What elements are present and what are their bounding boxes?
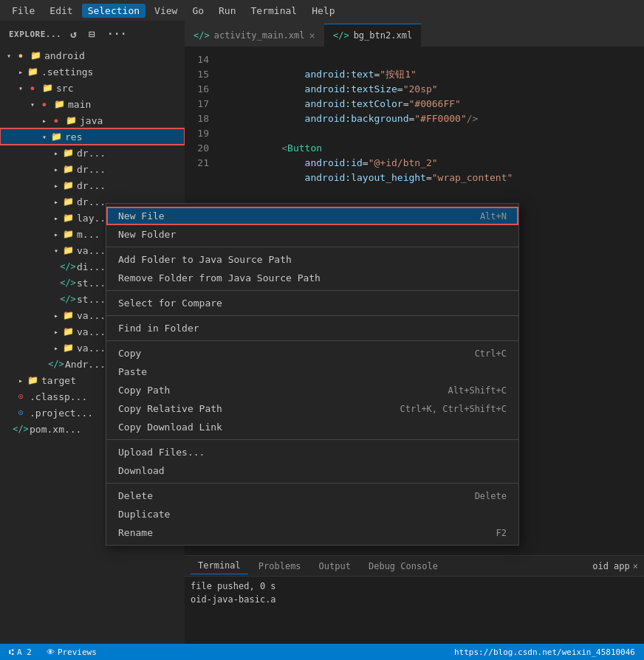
ctx-item-copy-rel-path[interactable]: Copy Relative Path Ctrl+K, Ctrl+Shift+C bbox=[106, 399, 518, 418]
menu-view[interactable]: View bbox=[148, 4, 183, 18]
ctx-separator bbox=[106, 315, 518, 316]
ctx-item-copy-path[interactable]: Copy Path Alt+Shift+C bbox=[106, 381, 518, 399]
tree-item-draw1[interactable]: ▸ 📁 dr... bbox=[0, 145, 185, 161]
menu-selection[interactable]: Selection bbox=[82, 4, 145, 18]
bottom-panel: Terminal Problems Output Debug Console o… bbox=[185, 555, 644, 644]
collapse-icon[interactable]: ⊟ bbox=[86, 27, 98, 41]
tree-item-android[interactable]: ▾ ● 📁 android bbox=[0, 47, 185, 63]
folder-icon: 📁 bbox=[62, 342, 74, 354]
attr-name: android:id bbox=[281, 157, 363, 168]
xml-file-icon: </> bbox=[15, 423, 27, 435]
tab-activity-main[interactable]: </> activity_main.xml × bbox=[185, 24, 324, 47]
ctx-label: Remove Folder from Java Source Path bbox=[118, 272, 321, 283]
tree-label: res bbox=[65, 131, 82, 142]
attr-name: android:textColor bbox=[281, 98, 402, 109]
tree-label: va... bbox=[77, 343, 106, 354]
tree-label: di... bbox=[77, 261, 106, 272]
menu-help[interactable]: Help bbox=[306, 4, 340, 18]
tree-item-src[interactable]: ▾ ● 📁 src bbox=[0, 80, 185, 96]
preview-icon: 👁 bbox=[47, 647, 55, 657]
refresh-icon[interactable]: ↺ bbox=[67, 27, 80, 41]
folder-icon: 📁 bbox=[62, 309, 74, 321]
status-previews-label: Previews bbox=[58, 647, 97, 657]
ctx-item-copy-dl-link[interactable]: Copy Download Link bbox=[106, 418, 518, 436]
tree-item-draw2[interactable]: ▸ 📁 dr... bbox=[0, 161, 185, 177]
close-terminal-icon[interactable]: × bbox=[633, 561, 638, 571]
menu-file[interactable]: File bbox=[6, 4, 41, 18]
ctx-item-paste[interactable]: Paste bbox=[106, 362, 518, 381]
ctx-label: Copy bbox=[118, 348, 141, 359]
tabs-bar: </> activity_main.xml × </> bg_btn2.xml bbox=[185, 21, 644, 47]
folder-icon: 📁 bbox=[41, 82, 53, 94]
tab-bg-btn2[interactable]: </> bg_btn2.xml bbox=[324, 24, 421, 47]
folder-icon: 📁 bbox=[62, 244, 74, 256]
tree-label: android bbox=[44, 50, 85, 61]
attr-value: "按钮1" bbox=[380, 69, 416, 80]
menu-terminal[interactable]: Terminal bbox=[245, 4, 304, 18]
attr-name: android:textSize bbox=[281, 83, 397, 94]
ctx-item-duplicate[interactable]: Duplicate bbox=[106, 505, 518, 523]
tree-label: dr... bbox=[77, 164, 106, 175]
folder-icon: 📁 bbox=[27, 66, 38, 78]
tree-arrow: ▾ bbox=[15, 82, 27, 94]
tree-item-java[interactable]: ▸ ● 📁 java bbox=[0, 112, 185, 128]
tree-label: dr... bbox=[77, 180, 106, 191]
attr-value: "20sp" bbox=[403, 83, 438, 94]
ctx-item-rename[interactable]: Rename F2 bbox=[106, 523, 518, 542]
status-previews[interactable]: 👁 Previews bbox=[44, 647, 100, 657]
folder-icon: 📁 bbox=[62, 326, 74, 337]
code-line: android:text="按钮1" bbox=[224, 52, 644, 67]
xml-tab-icon: </> bbox=[333, 30, 349, 41]
menu-run[interactable]: Run bbox=[213, 4, 242, 18]
tree-item-main[interactable]: ▾ ● 📁 main bbox=[0, 96, 185, 112]
tree-label: dr... bbox=[77, 196, 106, 207]
tree-label: .settings bbox=[41, 66, 93, 78]
ctx-item-new-folder[interactable]: New Folder bbox=[106, 225, 518, 244]
tree-label: target bbox=[41, 375, 76, 386]
xml-file-icon: </> bbox=[62, 293, 74, 305]
line-num: 21 bbox=[185, 156, 209, 171]
menu-edit[interactable]: Edit bbox=[44, 4, 78, 18]
status-url[interactable]: https://blog.csdn.net/weixin_45810046 bbox=[451, 647, 638, 657]
ctx-item-select-compare[interactable]: Select for Compare bbox=[106, 294, 518, 312]
tab-output[interactable]: Output bbox=[312, 558, 358, 574]
ctx-label: Rename bbox=[118, 527, 153, 538]
tree-item-res[interactable]: ▾ 📁 res bbox=[0, 128, 185, 145]
folder-icon: 📁 bbox=[62, 179, 74, 191]
ctx-label: Copy Path bbox=[118, 385, 170, 396]
tree-label: st... bbox=[77, 278, 106, 289]
tree-label: .project... bbox=[30, 408, 93, 419]
line-num: 19 bbox=[185, 126, 209, 141]
ctx-item-find-folder[interactable]: Find in Folder bbox=[106, 319, 518, 337]
ctx-shortcut: Alt+N bbox=[480, 211, 507, 221]
ctx-item-delete[interactable]: Delete Delete bbox=[106, 487, 518, 505]
attr-name: android:background bbox=[281, 113, 408, 124]
tab-terminal[interactable]: Terminal bbox=[191, 558, 248, 574]
menu-go[interactable]: Go bbox=[186, 4, 210, 18]
xml-file-icon: </> bbox=[50, 358, 62, 370]
tree-item-settings[interactable]: ▸ 📁 .settings bbox=[0, 63, 185, 80]
tree-arrow: ▾ bbox=[27, 98, 38, 110]
code-line: <Button bbox=[224, 126, 644, 141]
tab-debug[interactable]: Debug Console bbox=[361, 558, 445, 574]
ctx-shortcut: Ctrl+K, Ctrl+Shift+C bbox=[400, 404, 507, 414]
tree-label: java bbox=[80, 115, 103, 126]
ctx-item-upload[interactable]: Upload Files... bbox=[106, 443, 518, 461]
tree-label: main bbox=[68, 99, 91, 110]
tab-close-icon[interactable]: × bbox=[309, 30, 315, 41]
ctx-item-remove-folder[interactable]: Remove Folder from Java Source Path bbox=[106, 269, 518, 287]
tree-item-draw3[interactable]: ▸ 📁 dr... bbox=[0, 177, 185, 193]
ctx-item-new-file[interactable]: New File Alt+N bbox=[106, 207, 518, 225]
ctx-item-download[interactable]: Download bbox=[106, 461, 518, 480]
ctx-separator bbox=[106, 340, 518, 341]
ctx-item-add-folder[interactable]: Add Folder to Java Source Path bbox=[106, 250, 518, 269]
tree-arrow: ▸ bbox=[50, 326, 62, 337]
ctx-shortcut: F2 bbox=[496, 528, 507, 538]
tab-problems[interactable]: Problems bbox=[251, 558, 309, 574]
status-branch[interactable]: ⑆ A 2 bbox=[6, 647, 35, 657]
tree-label: st... bbox=[77, 294, 106, 305]
terminal-content: file pushed, 0 s oid-java-basic.a bbox=[185, 577, 644, 644]
tree-arrow: ▸ bbox=[50, 196, 62, 207]
ctx-item-copy[interactable]: Copy Ctrl+C bbox=[106, 344, 518, 362]
more-icon[interactable]: ··· bbox=[104, 27, 130, 41]
